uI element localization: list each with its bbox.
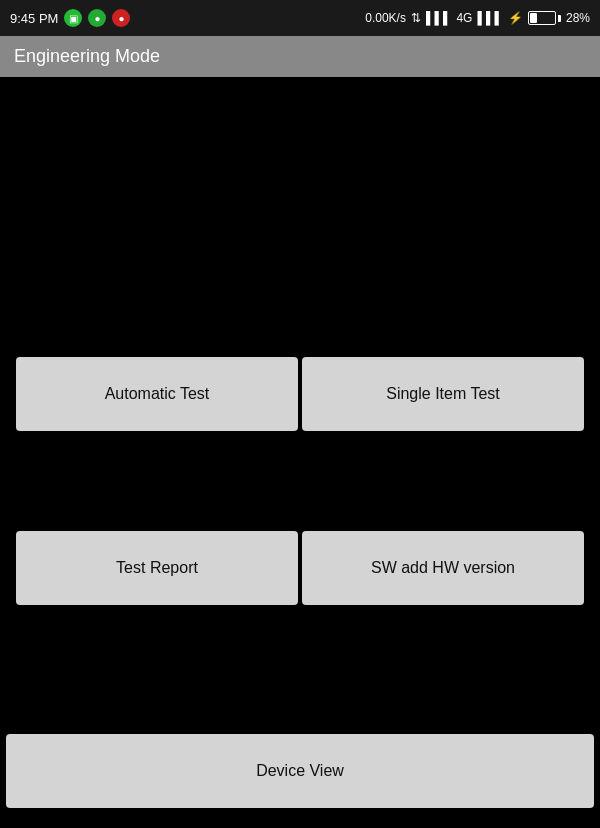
device-view-button[interactable]: Device View [6,734,594,808]
battery-icon [528,11,561,25]
sw-add-hw-version-button[interactable]: SW add HW version [302,531,584,605]
title-bar: Engineering Mode [0,36,600,77]
status-left: 9:45 PM ▣ ● ● [10,9,130,27]
notif-icon-2: ● [88,9,106,27]
notif-icon-1: ▣ [64,9,82,27]
notif-icon-3: ● [112,9,130,27]
status-right: 0.00K/s ⇅ ▌▌▌ 4G ▌▌▌ ⚡ 28% [365,11,590,25]
network-speed: 0.00K/s [365,11,406,25]
automatic-test-button[interactable]: Automatic Test [16,357,298,431]
network-type: 4G [456,11,472,25]
test-report-button[interactable]: Test Report [16,531,298,605]
top-button-grid: Automatic Test Single Item Test [10,357,590,431]
signal-icon-1: ▌▌▌ [426,11,452,25]
page-title: Engineering Mode [14,46,160,66]
charging-icon: ⚡ [508,11,523,25]
top-buttons-section: Automatic Test Single Item Test [10,357,590,431]
single-item-test-button[interactable]: Single Item Test [302,357,584,431]
status-bar: 9:45 PM ▣ ● ● 0.00K/s ⇅ ▌▌▌ 4G ▌▌▌ ⚡ 28% [0,0,600,36]
middle-button-grid: Test Report SW add HW version [10,531,590,605]
status-time: 9:45 PM [10,11,58,26]
main-content: Automatic Test Single Item Test Test Rep… [0,77,600,605]
signal-icon-2: ▌▌▌ [477,11,503,25]
transfer-icon: ⇅ [411,11,421,25]
battery-percent: 28% [566,11,590,25]
